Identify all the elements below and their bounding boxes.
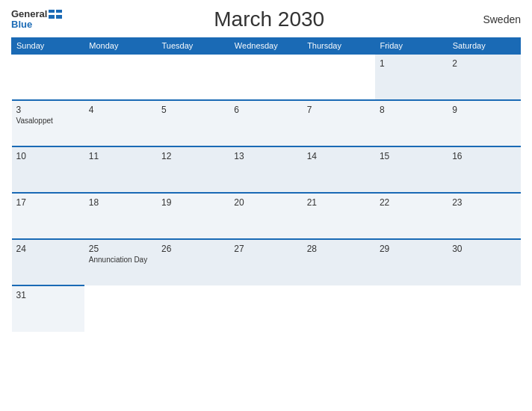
table-row: 29	[375, 239, 448, 285]
day-number: 13	[234, 151, 297, 161]
col-thursday: Thursday	[303, 38, 375, 55]
table-row	[84, 285, 157, 332]
logo: General Blue	[11, 9, 62, 31]
day-number: 30	[452, 244, 516, 254]
table-row: 25Annunciation Day	[84, 239, 157, 285]
day-number: 29	[380, 244, 443, 254]
day-number: 12	[161, 151, 225, 161]
table-row	[448, 285, 520, 332]
col-tuesday: Tuesday	[157, 38, 229, 55]
table-row: 4	[84, 100, 157, 146]
day-number: 2	[452, 58, 516, 69]
table-row: 26	[157, 239, 229, 285]
table-row: 22	[375, 193, 448, 239]
day-number: 1	[380, 58, 443, 69]
table-row	[303, 285, 375, 332]
day-number: 20	[234, 197, 297, 208]
day-number: 22	[380, 197, 443, 208]
col-friday: Friday	[375, 38, 448, 55]
calendar-table: Sunday Monday Tuesday Wednesday Thursday…	[11, 37, 521, 332]
day-number: 17	[16, 197, 80, 208]
table-row: 20	[229, 193, 302, 239]
table-row: 6	[229, 100, 302, 146]
svg-marker-2	[49, 13, 62, 15]
table-row: 12	[157, 146, 229, 193]
day-number: 25	[89, 244, 152, 254]
table-row: 23	[448, 193, 520, 239]
table-row: 21	[303, 193, 375, 239]
day-number: 11	[89, 151, 152, 161]
day-number: 5	[161, 105, 225, 115]
col-monday: Monday	[84, 38, 157, 55]
table-row: 7	[303, 100, 375, 146]
calendar-page: General Blue March 2030 Sweden Sunday Mo…	[0, 0, 532, 411]
calendar-header: General Blue March 2030 Sweden	[11, 7, 521, 31]
day-number: 14	[307, 151, 371, 161]
table-row	[229, 285, 302, 332]
logo-blue-text: Blue	[11, 19, 32, 30]
logo-general-text: General	[11, 9, 47, 19]
table-row: 15	[375, 146, 448, 193]
table-row	[157, 285, 229, 332]
table-row: 10	[12, 146, 84, 193]
month-title: March 2030	[62, 7, 476, 31]
logo-icon	[49, 10, 62, 19]
day-number: 23	[452, 197, 516, 208]
table-row: 3Vasaloppet	[12, 100, 84, 146]
day-number: 21	[307, 197, 371, 208]
table-row: 9	[448, 100, 520, 146]
table-row: 2	[448, 54, 520, 100]
table-row: 28	[303, 239, 375, 285]
table-row: 31	[12, 285, 84, 332]
day-number: 15	[380, 151, 443, 161]
table-row: 13	[229, 146, 302, 193]
table-row: 16	[448, 146, 520, 193]
table-row	[157, 54, 229, 100]
table-row	[12, 54, 84, 100]
day-number: 27	[234, 244, 297, 254]
table-row	[229, 54, 302, 100]
event-label: Vasaloppet	[16, 117, 80, 125]
country-label: Sweden	[476, 13, 521, 25]
day-number: 4	[89, 105, 152, 115]
table-row: 11	[84, 146, 157, 193]
day-number: 16	[452, 151, 516, 161]
day-number: 18	[89, 197, 152, 208]
calendar-header-row: Sunday Monday Tuesday Wednesday Thursday…	[12, 38, 521, 55]
day-number: 7	[307, 105, 371, 115]
table-row	[303, 54, 375, 100]
table-row	[84, 54, 157, 100]
table-row: 19	[157, 193, 229, 239]
day-number: 3	[16, 105, 80, 115]
table-row: 5	[157, 100, 229, 146]
table-row: 1	[375, 54, 448, 100]
event-label: Annunciation Day	[89, 256, 152, 264]
day-number: 28	[307, 244, 371, 254]
table-row: 30	[448, 239, 520, 285]
col-saturday: Saturday	[448, 38, 520, 55]
day-number: 19	[161, 197, 225, 208]
day-number: 31	[16, 290, 80, 300]
day-number: 26	[161, 244, 225, 254]
table-row: 27	[229, 239, 302, 285]
day-number: 10	[16, 151, 80, 161]
table-row: 14	[303, 146, 375, 193]
day-number: 9	[452, 105, 516, 115]
day-number: 24	[16, 244, 80, 254]
col-sunday: Sunday	[12, 38, 84, 55]
table-row: 24	[12, 239, 84, 285]
col-wednesday: Wednesday	[229, 38, 302, 55]
table-row	[375, 285, 448, 332]
day-number: 8	[380, 105, 443, 115]
table-row: 18	[84, 193, 157, 239]
table-row: 17	[12, 193, 84, 239]
day-number: 6	[234, 105, 297, 115]
table-row: 8	[375, 100, 448, 146]
